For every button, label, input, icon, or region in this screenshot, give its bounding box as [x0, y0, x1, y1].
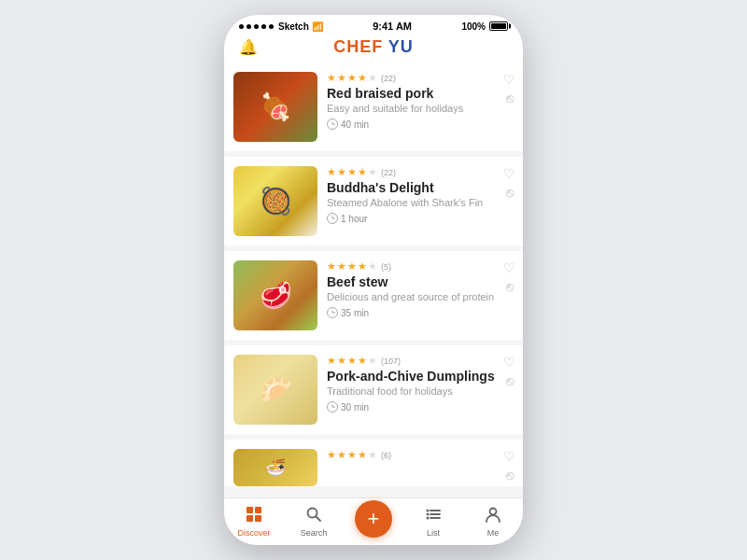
recipe-desc-1: Easy and suitable for holidays — [327, 103, 506, 114]
recipe-info-1: ★ ★ ★ ★ ★ (22) Red braised pork Easy and… — [327, 72, 514, 130]
review-count-1: (22) — [381, 74, 396, 83]
app-header: 🔔 CHEF YU — [224, 34, 523, 63]
star-3: ★ — [347, 72, 357, 84]
network-label: Sketch — [278, 21, 309, 32]
recipe-image-1: 🍖 — [233, 72, 317, 142]
svg-point-10 — [427, 516, 430, 519]
recipe-card-1[interactable]: 🍖 ★ ★ ★ ★ ★ (22) Red braised pork Easy a… — [224, 63, 523, 151]
discover-icon — [245, 505, 263, 526]
nav-item-me[interactable]: Me — [463, 505, 523, 538]
time-label-2: 1 hour — [341, 214, 367, 224]
food-emoji-5: 🍜 — [233, 449, 317, 486]
nav-item-list[interactable]: List — [403, 505, 463, 538]
like-button-5[interactable]: ♡ — [503, 449, 515, 464]
time-label-1: 40 min — [341, 119, 369, 130]
recipe-desc-4: Traditional food for holidays — [327, 385, 506, 397]
nav-label-discover: Discover — [237, 528, 270, 538]
recipe-card-4[interactable]: 🥟 ★ ★ ★ ★ ★ (107) Pork-and-Chive Dumplin… — [224, 345, 523, 434]
recipe-info-3: ★ ★ ★ ★ ★ (5) Beef stew Delicious and gr… — [327, 260, 514, 318]
recipe-time-4: 30 min — [327, 401, 506, 413]
share-button-5[interactable]: ⎋ — [506, 468, 514, 483]
time-label-3: 35 min — [341, 308, 369, 318]
like-button-2[interactable]: ♡ — [503, 166, 515, 181]
add-icon: + — [368, 507, 380, 531]
bottom-navigation: Discover Search + — [224, 497, 523, 545]
review-count-5: (6) — [381, 451, 391, 460]
review-count-3: (5) — [381, 262, 391, 272]
wifi-icon: 📶 — [312, 21, 323, 32]
like-button-1[interactable]: ♡ — [503, 72, 515, 87]
svg-point-12 — [490, 508, 497, 514]
recipe-stars-1: ★ ★ ★ ★ ★ (22) — [327, 72, 506, 84]
recipe-time-2: 1 hour — [327, 213, 506, 224]
nav-item-discover[interactable]: Discover — [224, 505, 284, 538]
time-label-4: 30 min — [341, 402, 369, 413]
clock-icon-2 — [327, 213, 338, 224]
recipe-list: 🍖 ★ ★ ★ ★ ★ (22) Red braised pork Easy a… — [224, 63, 523, 497]
profile-icon — [484, 505, 502, 526]
svg-point-8 — [427, 512, 430, 515]
recipe-card-5-partial[interactable]: 🍜 ★ ★ ★ ★ ★ (6) ♡ ⎋ — [224, 440, 523, 486]
food-emoji-4: 🥟 — [233, 355, 317, 425]
add-button[interactable]: + — [355, 500, 392, 538]
app-title-chef: CHEF — [333, 37, 383, 56]
share-button-3[interactable]: ⎋ — [506, 279, 514, 294]
svg-line-5 — [317, 516, 321, 521]
nav-label-me: Me — [487, 528, 500, 538]
recipe-card-2[interactable]: 🥘 ★ ★ ★ ★ ★ (22) Buddha's Delight Steame… — [224, 157, 523, 245]
clock-icon-1 — [327, 119, 338, 130]
clock-icon-4 — [327, 401, 338, 413]
food-emoji-2: 🥘 — [233, 166, 317, 236]
card-actions-1: ♡ ⎋ — [503, 72, 515, 105]
recipe-time-1: 40 min — [327, 119, 506, 130]
nav-item-search[interactable]: Search — [284, 505, 344, 538]
status-time: 9:41 AM — [373, 21, 412, 32]
recipe-image-3: 🥩 — [233, 260, 317, 330]
like-button-4[interactable]: ♡ — [503, 355, 515, 370]
recipe-name-3: Beef stew — [327, 274, 506, 289]
recipe-name-1: Red braised pork — [327, 86, 506, 101]
status-bar: Sketch 📶 9:41 AM 100% — [224, 15, 523, 34]
recipe-stars-5: ★ ★ ★ ★ ★ (6) — [327, 449, 506, 461]
recipe-desc-2: Steamed Abalone with Shark's Fin — [327, 197, 506, 208]
battery-percent: 100% — [461, 21, 486, 32]
food-emoji-3: 🥩 — [233, 260, 317, 330]
review-count-4: (107) — [381, 357, 401, 366]
recipe-stars-4: ★ ★ ★ ★ ★ (107) — [327, 355, 506, 367]
recipe-info-5-partial: ★ ★ ★ ★ ★ (6) — [327, 449, 514, 463]
recipe-info-4: ★ ★ ★ ★ ★ (107) Pork-and-Chive Dumplings… — [327, 355, 514, 413]
review-count-2: (22) — [381, 168, 396, 177]
notification-bell-icon[interactable]: 🔔 — [239, 38, 258, 56]
recipe-info-2: ★ ★ ★ ★ ★ (22) Buddha's Delight Steamed … — [327, 166, 514, 224]
battery-icon — [489, 21, 508, 31]
share-button-1[interactable]: ⎋ — [506, 91, 514, 105]
app-title-yu: YU — [383, 37, 414, 56]
svg-rect-2 — [247, 515, 253, 522]
recipe-card-3[interactable]: 🥩 ★ ★ ★ ★ ★ (5) Beef stew Delicious and … — [224, 251, 523, 340]
like-button-3[interactable]: ♡ — [503, 260, 515, 275]
food-emoji-1: 🍖 — [233, 72, 317, 142]
nav-item-add[interactable]: + — [344, 504, 403, 538]
battery-area: 100% — [461, 21, 508, 32]
recipe-image-5: 🍜 — [233, 449, 317, 486]
recipe-image-2: 🥘 — [233, 166, 317, 236]
phone-frame: Sketch 📶 9:41 AM 100% 🔔 CHEF YU 🍖 ★ — [224, 15, 523, 545]
share-button-2[interactable]: ⎋ — [506, 185, 514, 200]
star-4: ★ — [358, 72, 367, 84]
star-5: ★ — [368, 72, 377, 84]
recipe-time-3: 35 min — [327, 307, 506, 318]
svg-rect-3 — [255, 515, 261, 522]
search-icon — [304, 505, 323, 526]
card-actions-2: ♡ ⎋ — [503, 166, 515, 200]
svg-rect-0 — [247, 507, 253, 513]
recipe-name-2: Buddha's Delight — [327, 180, 506, 195]
svg-rect-1 — [255, 507, 261, 513]
nav-label-search: Search — [301, 528, 328, 538]
card-actions-3: ♡ ⎋ — [503, 260, 515, 294]
recipe-stars-3: ★ ★ ★ ★ ★ (5) — [327, 260, 506, 273]
card-actions-4: ♡ ⎋ — [503, 355, 515, 388]
app-title: CHEF YU — [333, 37, 414, 57]
share-button-4[interactable]: ⎋ — [506, 373, 514, 388]
list-icon — [424, 505, 443, 526]
recipe-stars-2: ★ ★ ★ ★ ★ (22) — [327, 166, 506, 178]
